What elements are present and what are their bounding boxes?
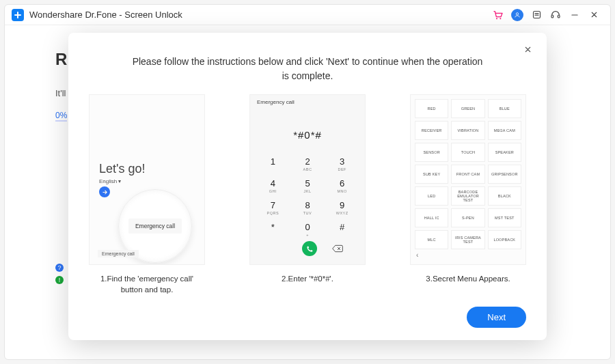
next-arrow-icon <box>99 186 110 197</box>
emergency-call-magnified-button: Emergency call <box>128 219 182 234</box>
keypad-key: 3DEF <box>325 156 359 171</box>
keypad-key: * <box>256 222 290 237</box>
secret-menu-cell: BLACK <box>488 186 521 206</box>
card-2-caption: 2.Enter '*#0*#'. <box>282 273 333 284</box>
instruction-cards: Let's go! English ▾ Emergency call Emerg… <box>89 94 526 303</box>
support-icon[interactable] <box>546 5 565 25</box>
back-chevron-icon: ‹ <box>416 251 418 259</box>
secret-menu-cell: VIBRATION <box>451 121 484 140</box>
svg-rect-5 <box>558 15 560 18</box>
secret-menu-cell: TOUCH <box>451 143 484 162</box>
card-3-caption: 3.Secret Menu Appears. <box>426 273 510 284</box>
side-status-dots: ? ! <box>55 264 64 284</box>
svg-rect-3 <box>533 12 540 18</box>
secret-menu-cell: MEGA CAM <box>488 121 521 140</box>
secret-menu-cell: RED <box>415 99 448 118</box>
instruction-card-2: Emergency call *#0*# 12ABC3DEF4GHI5JKL6M… <box>249 94 366 303</box>
lets-go-label: Let's go! <box>99 162 145 176</box>
keypad-key: # <box>325 222 359 237</box>
svg-point-2 <box>516 12 518 14</box>
titlebar: Wondershare Dr.Fone - Screen Unlock <box>5 5 610 25</box>
svg-point-1 <box>500 18 501 19</box>
dialer-bottom-row <box>250 241 365 256</box>
call-button-icon <box>302 241 317 256</box>
card-2-image: Emergency call *#0*# 12ABC3DEF4GHI5JKL6M… <box>249 94 366 265</box>
keypad-key: 9WXYZ <box>325 200 359 215</box>
cart-icon[interactable] <box>489 5 508 25</box>
modal-close-button[interactable] <box>521 42 534 56</box>
instruction-card-3: REDGREENBLUERECEIVERVIBRATIONMEGA CAMSEN… <box>410 94 526 303</box>
backspace-icon <box>332 244 343 253</box>
next-button[interactable]: Next <box>467 307 526 328</box>
secret-menu-grid: REDGREENBLUERECEIVERVIBRATIONMEGA CAMSEN… <box>415 99 521 249</box>
keypad-key: 2ABC <box>290 156 325 171</box>
svg-point-0 <box>496 18 497 19</box>
feedback-icon[interactable] <box>527 5 546 25</box>
minimize-button[interactable] <box>565 5 584 25</box>
language-selector-label: English ▾ <box>99 178 121 184</box>
secret-menu-cell: GREEN <box>451 99 484 118</box>
app-logo <box>12 9 24 21</box>
card-1-image: Let's go! English ▾ Emergency call Emerg… <box>89 94 205 265</box>
card-3-image: REDGREENBLUERECEIVERVIBRATIONMEGA CAMSEN… <box>410 94 526 265</box>
keypad-key: 5JKL <box>290 178 325 193</box>
secret-menu-cell: SUB KEY <box>415 165 448 184</box>
secret-menu-cell: IRIS CAMERA TEST <box>451 230 484 249</box>
secret-menu-cell: MLC <box>415 230 448 249</box>
secret-menu-cell: S-PEN <box>451 208 484 227</box>
dialer-keypad: 12ABC3DEF4GHI5JKL6MNO7PQRS8TUV9WXYZ*0+# <box>256 156 359 237</box>
app-title: Wondershare Dr.Fone - Screen Unlock <box>29 10 182 20</box>
info-dot-icon[interactable]: ? <box>55 264 64 272</box>
secret-menu-cell: GRIPSENSOR <box>488 165 521 184</box>
keypad-key: 4GHI <box>256 178 290 193</box>
close-window-button[interactable] <box>584 5 603 25</box>
dialer-code: *#0*# <box>250 129 365 141</box>
instruction-modal: Please follow the instructions below and… <box>68 33 547 340</box>
emergency-call-small-button: Emergency call <box>98 250 139 257</box>
instruction-card-1: Let's go! English ▾ Emergency call Emerg… <box>89 94 205 303</box>
modal-instruction-text: Please follow the instructions below and… <box>89 48 526 87</box>
secret-menu-cell: FRONT CAM <box>451 165 484 184</box>
user-icon[interactable] <box>508 5 527 25</box>
keypad-key: 8TUV <box>290 200 325 215</box>
modal-footer: Next <box>89 303 526 328</box>
status-dot-icon[interactable]: ! <box>55 276 64 284</box>
secret-menu-cell: BARCODE EMULATOR TEST <box>451 186 484 206</box>
secret-menu-cell: HALL IC <box>415 208 448 227</box>
background-progress: 0% <box>55 111 67 122</box>
keypad-key: 6MNO <box>325 178 359 193</box>
dialer-header: Emergency call <box>257 99 295 105</box>
secret-menu-cell: BLUE <box>488 99 521 118</box>
secret-menu-cell: LED <box>415 186 448 206</box>
keypad-key: 1 <box>256 156 290 171</box>
secret-menu-cell: MST TEST <box>488 208 521 227</box>
keypad-key: 0+ <box>290 222 325 237</box>
secret-menu-cell: RECEIVER <box>415 121 448 140</box>
svg-rect-4 <box>551 15 554 18</box>
secret-menu-cell: SENSOR <box>415 143 448 162</box>
secret-menu-cell: LOOPBACK <box>488 230 521 249</box>
keypad-key: 7PQRS <box>256 200 290 215</box>
secret-menu-cell: SPEAKER <box>488 143 521 162</box>
card-1-caption: 1.Find the 'emergency call' button and t… <box>89 273 205 295</box>
